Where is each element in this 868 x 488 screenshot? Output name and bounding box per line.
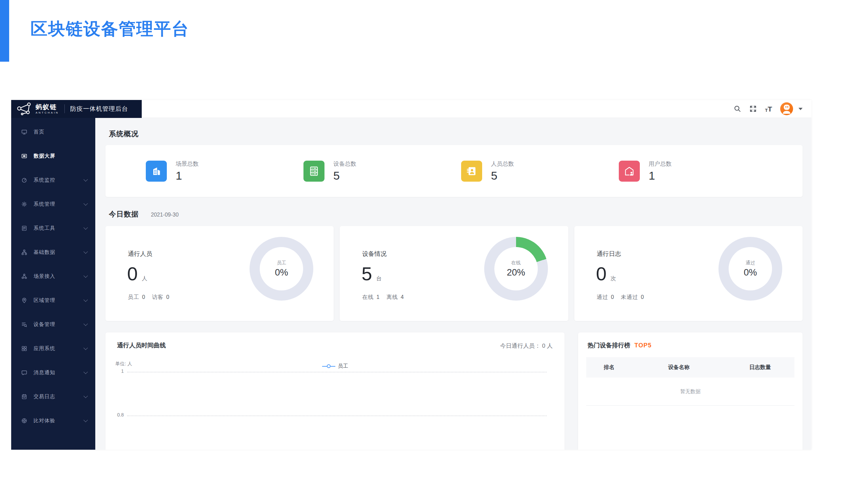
card-title: 通行人员 xyxy=(128,250,152,258)
employee-ratio-donut: 员工 0% xyxy=(250,237,313,301)
brand-logo-block[interactable]: 蚂蚁链 ANTCHAIN 防疫一体机管理后台 xyxy=(11,100,142,118)
chevron-down-icon xyxy=(83,418,88,422)
card-value: 0 xyxy=(596,263,607,285)
user-avatar[interactable] xyxy=(780,102,793,115)
chevron-down-icon xyxy=(83,322,88,326)
donut-percent: 0% xyxy=(744,267,757,278)
chevron-down-icon xyxy=(83,394,88,398)
sidebar-item-label: 设备管理 xyxy=(34,321,55,328)
card-title: 设备情况 xyxy=(362,250,387,258)
brand-name-en: ANTCHAIN xyxy=(36,111,59,114)
chevron-down-icon xyxy=(83,298,88,302)
brand-text: 蚂蚁链 ANTCHAIN xyxy=(36,104,59,114)
robot-avatar-icon xyxy=(780,102,793,115)
sidebar-item-app-system[interactable]: 应用系统 xyxy=(11,337,95,361)
pass-log-card: 通行日志 0 次 通过0 未通过0 通过 0% xyxy=(574,226,803,321)
apps-grid-icon xyxy=(21,346,27,351)
sidebar-item-home[interactable]: 首页 xyxy=(11,120,95,144)
stat-label: 场景总数 xyxy=(176,160,199,168)
table-divider xyxy=(586,405,794,406)
sidebar: 首页 数据大屏 系统监控 系统管理 系统工具 xyxy=(11,118,95,450)
fullscreen-icon[interactable] xyxy=(749,105,757,113)
top5-heading: 热门设备排行榜 TOP5 xyxy=(586,332,794,349)
overview-stats-card: 场景总数 1 设备总数 5 xyxy=(105,145,803,197)
substat-label: 访客 xyxy=(152,294,163,300)
sidebar-item-data-screen[interactable]: 数据大屏 xyxy=(11,144,95,168)
top5-title: 热门设备排行榜 xyxy=(588,341,630,349)
sidebar-item-system-monitor[interactable]: 系统监控 xyxy=(11,168,95,192)
legend-employee[interactable]: 员工 xyxy=(105,363,565,369)
annotation-label: 今日通行人员： xyxy=(500,343,540,349)
chevron-down-icon xyxy=(83,346,88,350)
font-size-small-letter: T xyxy=(765,108,768,113)
search-icon[interactable] xyxy=(734,105,741,113)
sidebar-item-system-manage[interactable]: 系统管理 xyxy=(11,192,95,216)
substat-label: 未通过 xyxy=(621,294,638,300)
sidebar-item-label: 首页 xyxy=(34,129,44,135)
sidebar-item-base-data[interactable]: 基础数据 xyxy=(11,240,95,264)
bottom-row: 通行人员时间曲线 今日通行人员： 0 人 单位: 人 员工 1 xyxy=(105,332,803,450)
home-monitor-icon xyxy=(21,129,27,135)
building-icon xyxy=(146,161,167,182)
sidebar-item-message-notify[interactable]: 消息通知 xyxy=(11,361,95,385)
sidebar-item-label: 消息通知 xyxy=(34,369,55,376)
empty-data-text: 暂无数据 xyxy=(586,388,794,395)
sidebar-item-transaction-log[interactable]: 交易日志 xyxy=(11,385,95,409)
sidebar-item-scene-access[interactable]: 场景接入 xyxy=(11,264,95,288)
stat-label: 用户总数 xyxy=(649,160,672,168)
today-heading: 今日数据 xyxy=(109,209,139,219)
substat-value: 1 xyxy=(376,294,380,300)
chevron-down-icon xyxy=(83,249,88,254)
column-device-name: 设备名称 xyxy=(632,364,726,371)
stat-label: 人员总数 xyxy=(491,160,514,168)
sidebar-item-region-manage[interactable]: 区域管理 xyxy=(11,288,95,312)
chevron-down-icon xyxy=(83,201,88,206)
y-tick-0-8: 0.8 xyxy=(110,412,124,418)
brand-name: 蚂蚁链 xyxy=(36,104,59,110)
donut-label: 在线 xyxy=(511,260,521,266)
document-tool-icon xyxy=(21,225,27,231)
chart-annotation: 今日通行人员： 0 人 xyxy=(500,342,553,350)
today-heading-row: 今日数据 2021-09-30 xyxy=(109,209,803,219)
legend-line xyxy=(322,366,327,367)
card-value: 0 xyxy=(127,263,138,285)
sidebar-item-label: 系统工具 xyxy=(34,225,55,231)
font-size-icon[interactable]: TT xyxy=(765,105,772,113)
stat-value: 1 xyxy=(649,169,672,182)
sidebar-item-label: 系统监控 xyxy=(34,177,55,183)
substat-value: 4 xyxy=(401,294,404,300)
gridline-1 xyxy=(127,372,547,372)
idcard-icon xyxy=(461,161,482,182)
donut-label: 通过 xyxy=(746,260,755,266)
admin-app-window: 蚂蚁链 ANTCHAIN 防疫一体机管理后台 TT xyxy=(11,100,811,450)
server-icon xyxy=(303,161,324,182)
stat-device-total: 设备总数 5 xyxy=(303,160,461,182)
sidebar-item-system-tools[interactable]: 系统工具 xyxy=(11,216,95,240)
sidebar-item-label: 系统管理 xyxy=(34,201,55,207)
compare-ring-icon xyxy=(21,418,27,424)
sidebar-item-label: 基础数据 xyxy=(34,249,55,256)
sidebar-item-label: 区域管理 xyxy=(34,297,55,304)
page-title: 区块链设备管理平台 xyxy=(31,18,189,40)
sidebar-item-device-manage[interactable]: 设备管理 xyxy=(11,312,95,337)
substat-value: 0 xyxy=(611,294,614,300)
data-screen-icon xyxy=(21,153,27,159)
avatar-dropdown-caret[interactable] xyxy=(798,108,803,110)
stat-scene-total: 场景总数 1 xyxy=(146,160,303,182)
donut-label: 员工 xyxy=(277,260,286,266)
top5-device-card: 热门设备排行榜 TOP5 排名 设备名称 日志数量 暂无数据 xyxy=(578,332,803,450)
online-rate-donut: 在线 20% xyxy=(484,237,548,301)
chart-title: 通行人员时间曲线 xyxy=(117,341,166,349)
legend-marker-icon xyxy=(327,364,331,368)
org-tree-icon xyxy=(21,249,27,255)
time-curve-chart-card: 通行人员时间曲线 今日通行人员： 0 人 单位: 人 员工 1 xyxy=(105,332,565,450)
sidebar-item-compare-experience[interactable]: 比对体验 xyxy=(11,409,95,433)
gridline-0-8 xyxy=(127,415,547,416)
house-user-icon xyxy=(619,161,640,182)
card-title: 通行日志 xyxy=(597,250,621,258)
accent-bar xyxy=(0,0,9,62)
substat-label: 离线 xyxy=(387,294,398,300)
antchain-logo-icon xyxy=(17,102,32,116)
card-substats: 员工0 访客0 xyxy=(128,294,174,301)
product-name: 防疫一体机管理后台 xyxy=(70,105,128,113)
